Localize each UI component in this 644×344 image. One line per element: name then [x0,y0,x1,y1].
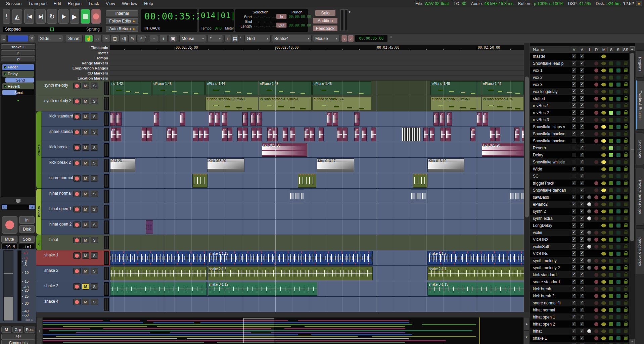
audition-button[interactable]: Audition [313,17,338,24]
mute-cell[interactable] [600,104,607,108]
mute-cell[interactable] [600,238,607,242]
grab-tool[interactable]: ☝ [85,35,93,42]
solo-isolate-cell[interactable] [615,76,622,80]
region[interactable]: ePiano-1.49 [482,81,524,95]
active-checkbox[interactable] [580,188,584,192]
solo-icon[interactable] [609,209,613,213]
track-header-kick-break[interactable]: kick breakMS [41,142,110,158]
active-cell[interactable] [578,110,586,115]
region[interactable]: ePiano second-1.78mid-1 [430,97,481,110]
active-cell[interactable] [578,251,586,256]
track-list-row[interactable]: Snowflake lead p [530,60,629,67]
solo-safe-cell[interactable] [622,273,629,277]
solo-isolate-icon[interactable] [616,266,620,270]
mute-icon[interactable] [601,131,607,137]
solo-isolate-cell[interactable] [615,308,622,312]
solo-icon[interactable] [609,76,613,80]
mute-icon[interactable] [601,138,607,144]
input-cell[interactable] [586,238,593,242]
visible-cell[interactable] [570,265,578,270]
solo-icon[interactable]: S [91,144,98,151]
region[interactable] [490,128,495,141]
rec-cell[interactable] [593,216,600,220]
solo-isolate-cell[interactable] [615,252,622,256]
scroll-down-icon[interactable]: ▼ [630,339,635,344]
mute-cell[interactable] [600,61,607,65]
solo-isolate-icon[interactable] [616,259,620,263]
track-header-hihat-normal[interactable]: hihat normalMS [41,189,110,204]
side-tab-tracks-busses[interactable]: Tracks & Busses [636,80,644,130]
region[interactable] [283,128,288,141]
active-cell[interactable] [578,132,586,136]
visible-checkbox[interactable] [572,103,576,108]
active-cell[interactable] [578,54,586,58]
track-list-row[interactable]: Snowflake claps v [530,123,629,130]
track-header-synth-melody[interactable]: synth melodyMS [36,81,110,96]
side-tab-snapshots[interactable]: Snapshots [636,132,644,165]
menu-session[interactable]: Session [3,1,25,6]
visible-checkbox[interactable] [572,181,576,185]
active-cell[interactable] [578,139,586,143]
record-enable-icon[interactable] [594,216,598,220]
solo-safe-cell[interactable] [622,245,629,248]
mute-cell[interactable] [600,209,607,213]
play-button[interactable]: ▶ [70,9,79,24]
mute-icon[interactable]: M [82,299,89,305]
solo-icon[interactable]: S [91,252,98,259]
track-header-kick-break-2[interactable]: kick break 2MS [41,158,110,173]
active-cell[interactable] [578,117,586,122]
active-checkbox[interactable] [580,287,584,291]
track-name[interactable]: shake 1 [44,253,58,257]
active-checkbox[interactable] [580,139,584,143]
solo-isolate-cell[interactable] [615,160,622,164]
visible-checkbox[interactable] [572,322,576,326]
active-cell[interactable] [578,244,586,249]
record-enable-icon[interactable] [594,273,598,277]
visible-checkbox[interactable] [572,139,576,143]
track-list-row[interactable]: revRec 3 [530,116,629,123]
smart-mode-button[interactable]: Smart [65,35,83,42]
visible-checkbox[interactable] [572,61,576,65]
active-checkbox[interactable] [580,153,584,157]
solo-icon[interactable] [609,273,613,277]
track-header-hihat-open-2[interactable]: hihat open 2MS [41,219,110,235]
track-list-row[interactable]: synth melody [530,257,629,264]
solo-icon[interactable] [609,280,613,284]
visible-checkbox[interactable] [572,68,576,72]
record-enable-icon[interactable] [73,83,81,89]
solo-cell[interactable] [607,104,615,108]
region[interactable] [257,128,262,141]
track-list-row[interactable]: SC [530,173,629,180]
mute-icon[interactable] [601,272,607,278]
solo-safe-cell[interactable] [622,301,629,305]
track-header-shake-3[interactable]: shake 3MS [36,281,110,297]
solo-safe-lock-icon[interactable] [624,274,628,277]
region[interactable] [243,128,248,141]
track-list-row[interactable]: Delay [530,151,629,158]
active-cell[interactable] [578,294,586,298]
rec-cell[interactable] [593,97,600,101]
visible-cell[interactable] [570,61,578,65]
region[interactable] [193,128,198,141]
track-header-shake-2[interactable]: shake 2MS [36,266,110,281]
region[interactable] [273,128,278,141]
solo-safe-lock-icon[interactable] [624,175,628,178]
rec-cell[interactable] [593,209,600,213]
solo-icon[interactable]: S [91,113,98,120]
stretch-tool[interactable]: ◫ [111,35,119,42]
solo-isolate-icon[interactable] [616,315,620,319]
solo-isolate-cell[interactable] [615,83,622,87]
region[interactable] [423,128,428,141]
visible-checkbox[interactable] [572,329,576,333]
visible-cell[interactable] [570,153,578,157]
active-checkbox[interactable] [580,273,584,277]
rec-cell[interactable] [593,336,600,340]
visible-checkbox[interactable] [572,75,576,80]
record-enable-icon[interactable] [594,188,598,192]
visible-cell[interactable] [570,89,578,94]
active-cell[interactable] [578,223,586,228]
track-list-row[interactable]: Snowflake dahdah [530,187,629,194]
mute-cell[interactable] [600,146,607,150]
feedback-button[interactable]: Feedback [313,25,338,32]
solo-safe-lock-icon[interactable] [624,225,628,227]
